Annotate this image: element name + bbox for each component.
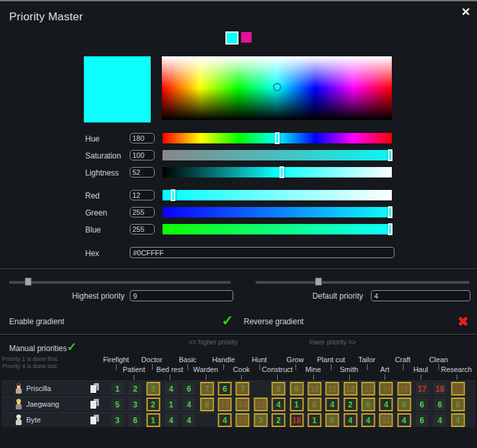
pawn-portrait-icon[interactable] bbox=[15, 399, 22, 410]
priority-cell[interactable]: 2 bbox=[146, 398, 160, 411]
column-header-firefight[interactable]: Firefight bbox=[103, 356, 129, 364]
column-header-research[interactable]: Research bbox=[441, 365, 472, 373]
current-color-swatch[interactable] bbox=[225, 31, 238, 45]
manual-priorities-checkbox[interactable]: ✓ bbox=[67, 341, 77, 354]
default-priority-input[interactable] bbox=[371, 290, 470, 301]
column-header-tailor[interactable]: Tailor bbox=[358, 356, 375, 364]
priority-cell[interactable]: 2 bbox=[343, 398, 357, 411]
priority-cell[interactable]: 16 bbox=[397, 382, 411, 396]
priority-cell[interactable]: 6 bbox=[397, 398, 411, 411]
priority-cell[interactable]: 10 bbox=[307, 382, 321, 396]
column-header-construct[interactable]: Construct bbox=[262, 365, 293, 373]
red-value-input[interactable] bbox=[130, 190, 155, 200]
priority-cell[interactable]: 4 bbox=[183, 414, 195, 426]
priority-cell[interactable]: 6 bbox=[326, 413, 339, 427]
priority-cell[interactable]: 3 bbox=[129, 398, 142, 411]
saturation-slider-handle[interactable] bbox=[388, 149, 392, 161]
highest-priority-slider[interactable] bbox=[9, 277, 231, 286]
hue-value-input[interactable] bbox=[130, 133, 155, 143]
pawn-name[interactable]: Byte bbox=[26, 416, 41, 424]
column-header-mine[interactable]: Mine bbox=[305, 365, 321, 373]
column-header-handle[interactable]: Handle bbox=[212, 356, 235, 364]
priority-cell[interactable]: 5 bbox=[111, 398, 124, 411]
priority-cell[interactable]: 8 bbox=[200, 398, 214, 411]
red-slider-bar[interactable] bbox=[162, 190, 392, 200]
blue-slider-handle[interactable] bbox=[388, 223, 392, 235]
priority-cell[interactable]: 4 bbox=[165, 414, 178, 426]
column-header-art[interactable]: Art bbox=[380, 365, 389, 373]
green-value-input[interactable] bbox=[130, 207, 155, 217]
slider-handle[interactable] bbox=[315, 278, 322, 286]
priority-cell[interactable]: 1 bbox=[146, 413, 160, 427]
priority-cell[interactable]: 19 bbox=[451, 382, 465, 396]
priority-cell[interactable]: 4 bbox=[361, 413, 375, 427]
priority-cell[interactable]: 11 bbox=[379, 413, 393, 427]
column-header-hunt[interactable]: Hunt bbox=[252, 356, 267, 364]
slider-handle[interactable] bbox=[25, 278, 31, 286]
priority-cell[interactable]: 15 bbox=[236, 413, 250, 427]
priority-cell[interactable]: 4 bbox=[397, 413, 411, 427]
priority-cell[interactable]: 4 bbox=[183, 398, 195, 411]
priority-cell[interactable]: 2 bbox=[129, 383, 142, 395]
priority-cell[interactable]: 7 bbox=[236, 382, 250, 396]
priority-cell[interactable]: 8 bbox=[307, 398, 321, 411]
priority-cell[interactable]: 8 bbox=[272, 382, 286, 396]
column-header-basic[interactable]: Basic bbox=[179, 356, 197, 364]
column-header-plant-cut[interactable]: Plant cut bbox=[317, 356, 345, 364]
green-slider-handle[interactable] bbox=[388, 206, 392, 218]
copy-priorities-icon[interactable] bbox=[90, 399, 100, 409]
highest-priority-input[interactable] bbox=[130, 290, 233, 301]
column-header-haul[interactable]: Haul bbox=[413, 365, 429, 373]
priority-cell[interactable]: 13 bbox=[218, 398, 232, 411]
priority-cell[interactable]: 4 bbox=[379, 398, 393, 411]
slider-track[interactable] bbox=[9, 281, 231, 284]
hex-input[interactable] bbox=[130, 247, 394, 258]
lightness-slider-bar[interactable] bbox=[162, 167, 392, 177]
priority-cell[interactable]: 12 bbox=[343, 382, 357, 396]
column-header-smith[interactable]: Smith bbox=[339, 365, 358, 373]
priority-cell[interactable]: 6 bbox=[218, 382, 232, 396]
priority-cell[interactable]: 13 bbox=[361, 382, 375, 396]
saturation-slider-bar[interactable] bbox=[162, 150, 392, 160]
priority-cell[interactable]: 1 bbox=[165, 398, 178, 411]
priority-cell[interactable]: 14 bbox=[379, 382, 393, 396]
pawn-name[interactable]: Priscilla bbox=[26, 384, 51, 392]
priority-cell[interactable]: 4 bbox=[451, 413, 465, 427]
column-header-craft[interactable]: Craft bbox=[395, 356, 411, 364]
reverse-gradient-checkbox[interactable]: ✖ bbox=[457, 315, 468, 328]
pawn-portrait-icon[interactable] bbox=[15, 415, 22, 426]
close-icon[interactable]: ✕ bbox=[461, 5, 470, 19]
column-header-clean[interactable]: Clean bbox=[429, 356, 448, 364]
pawn-name[interactable]: Jaegwang bbox=[26, 400, 59, 408]
priority-cell[interactable]: 8 bbox=[451, 398, 465, 411]
priority-cell[interactable]: 14 bbox=[236, 398, 250, 411]
priority-cell[interactable]: 1 bbox=[307, 413, 321, 427]
column-header-bed-rest[interactable]: Bed rest bbox=[157, 365, 183, 373]
column-header-doctor[interactable]: Doctor bbox=[141, 356, 162, 364]
priority-cell[interactable]: 6 bbox=[183, 383, 195, 395]
lightness-slider-handle[interactable] bbox=[280, 166, 284, 178]
priority-cell[interactable]: 3 bbox=[254, 413, 267, 427]
priority-cell[interactable]: 6 bbox=[361, 398, 375, 411]
priority-cell[interactable]: 7 bbox=[200, 382, 214, 396]
hue-slider-bar[interactable] bbox=[162, 133, 392, 143]
priority-cell[interactable]: 11 bbox=[326, 382, 339, 396]
priority-cell[interactable]: 2 bbox=[272, 413, 286, 427]
column-header-warden[interactable]: Warden bbox=[193, 365, 218, 373]
priority-cell[interactable]: 4 bbox=[218, 413, 232, 427]
priority-cell[interactable]: 4 bbox=[326, 398, 339, 411]
priority-cell[interactable]: 1 bbox=[290, 398, 303, 411]
blue-value-input[interactable] bbox=[130, 224, 155, 234]
priority-cell[interactable]: 6 bbox=[129, 414, 142, 426]
copy-priorities-icon[interactable] bbox=[90, 383, 100, 394]
priority-cell[interactable]: 3 bbox=[146, 382, 160, 396]
red-slider-handle[interactable] bbox=[171, 189, 176, 201]
lightness-value-input[interactable] bbox=[130, 167, 155, 177]
priority-cell[interactable]: 1 bbox=[111, 383, 124, 395]
column-header-cook[interactable]: Cook bbox=[233, 365, 250, 373]
priority-cell[interactable]: 6 bbox=[415, 398, 428, 411]
priority-cell[interactable]: 17 bbox=[415, 383, 428, 395]
pawn-portrait-icon[interactable] bbox=[15, 383, 22, 394]
default-priority-slider[interactable] bbox=[256, 277, 469, 286]
picker-cursor-icon[interactable] bbox=[273, 83, 281, 91]
